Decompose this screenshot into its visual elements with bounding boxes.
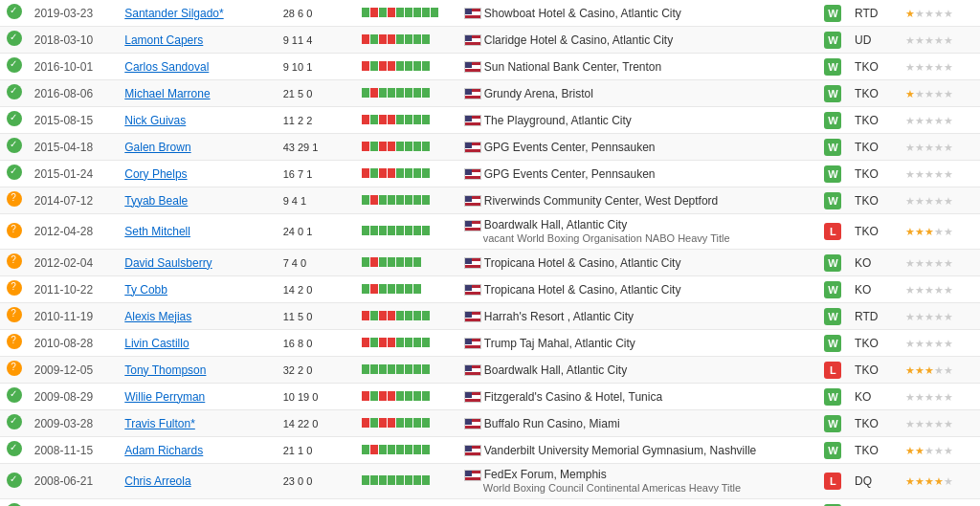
stars-cell: ★★★★★ [901, 80, 980, 107]
star-empty: ★ [934, 445, 944, 456]
result-badge: W [824, 254, 841, 272]
opponent-cell: Tyyab Beale [120, 187, 278, 214]
result-badge: W [824, 85, 841, 102]
fight-bar [370, 8, 378, 17]
star-empty: ★ [915, 418, 924, 429]
status-cell [0, 27, 30, 54]
fight-bar [362, 445, 369, 454]
method-cell: TKO [850, 214, 901, 250]
star-empty: ★ [915, 142, 924, 153]
fight-bar [362, 257, 369, 267]
opponent-link[interactable]: Michael Marrone [124, 87, 210, 100]
opponent-link[interactable]: Adam Richards [124, 444, 203, 457]
fight-bar [405, 142, 412, 151]
star-empty: ★ [924, 338, 934, 349]
result-cell: W [816, 410, 850, 437]
opponent-link[interactable]: Ty Cobb [124, 283, 167, 297]
status-verified [7, 441, 22, 456]
date-cell: 2008-04-16 [30, 499, 121, 507]
fight-bar [413, 364, 421, 374]
star-empty: ★ [915, 338, 924, 349]
result-cell: W [816, 499, 850, 507]
us-flag [464, 88, 481, 99]
opponent-link[interactable]: Tyyab Beale [124, 194, 188, 208]
record-cell: 14 22 0 [278, 410, 358, 437]
opponent-link[interactable]: Santander Silgado* [124, 7, 223, 20]
opponent-link[interactable]: Livin Castillo [124, 337, 189, 350]
table-row: 2009-03-28 Travis Fulton* 14 22 0 Buffal… [0, 410, 980, 437]
fight-bar [405, 284, 412, 294]
fight-bar [388, 115, 395, 124]
bars-cell [357, 499, 458, 507]
fight-bar [370, 338, 378, 347]
opponent-link[interactable]: Travis Fulton* [124, 417, 195, 430]
opponent-cell: Lamont Capers [120, 27, 278, 54]
record-cell: 9 4 1 [278, 187, 358, 214]
opponent-cell: Ty Cobb [120, 276, 278, 303]
status-verified [7, 414, 22, 429]
us-flag [464, 34, 481, 46]
stars-cell: ★★★★★ [901, 384, 980, 410]
status-cell [0, 214, 30, 250]
fight-bar [370, 34, 378, 44]
opponent-link[interactable]: Willie Perryman [124, 390, 205, 404]
fight-bar [405, 445, 412, 454]
fight-bar [370, 391, 378, 401]
bars-cell [357, 214, 458, 250]
us-flag [464, 61, 481, 73]
star-empty: ★ [934, 142, 944, 153]
venue-cell: Boardwalk Hall, Atlantic City [459, 357, 816, 384]
star-empty: ★ [934, 8, 944, 19]
fight-bar [379, 142, 387, 151]
fight-bar [422, 418, 430, 428]
star-empty: ★ [915, 168, 924, 180]
status-questionable [7, 334, 22, 349]
mini-bars [362, 61, 430, 71]
fight-bar [422, 475, 430, 485]
opponent-link[interactable]: David Saulsberry [124, 256, 212, 270]
fight-bar [405, 311, 412, 320]
date-cell: 2015-04-18 [30, 134, 121, 161]
star-empty: ★ [915, 34, 924, 46]
opponent-link[interactable]: Tony Thompson [124, 363, 206, 377]
opponent-link[interactable]: Seth Mitchell [124, 225, 190, 238]
mini-bars [362, 284, 421, 294]
opponent-link[interactable]: Lamont Capers [124, 33, 203, 47]
bars-cell [357, 384, 458, 410]
fight-bar [396, 257, 404, 267]
record-cell: 32 2 0 [278, 357, 358, 384]
fight-bar [388, 168, 395, 178]
stars-cell: ★★★★★ [901, 54, 980, 80]
opponent-link[interactable]: Nick Guivas [124, 114, 186, 127]
star-empty: ★ [924, 311, 934, 322]
mini-bars [362, 445, 430, 454]
opponent-cell: Travis Fulton* [120, 410, 278, 437]
opponent-link[interactable]: Carlos Sandoval [124, 60, 209, 74]
star-empty: ★ [944, 418, 953, 429]
method-cell: RTD [850, 0, 901, 27]
venue-cell: Fitzgerald's Casino & Hotel, Tunica [459, 384, 816, 410]
star-empty: ★ [905, 168, 915, 180]
status-cell [0, 54, 30, 80]
table-row: 2015-01-24 Cory Phelps 16 7 1 GPG Events… [0, 161, 980, 187]
date-cell: 2015-01-24 [30, 161, 121, 187]
table-row: 2015-08-15 Nick Guivas 11 2 2 The Playgr… [0, 107, 980, 134]
opponent-link[interactable]: Chris Arreola [124, 474, 190, 488]
bars-cell [357, 330, 458, 357]
opponent-link[interactable]: Alexis Mejias [124, 310, 191, 323]
star-empty: ★ [934, 338, 944, 349]
fight-bar [422, 445, 430, 454]
fight-bar [405, 364, 412, 374]
star-filled: ★ [915, 226, 924, 237]
status-cell [0, 330, 30, 357]
fight-bar [396, 226, 404, 235]
opponent-link[interactable]: Galen Brown [124, 141, 190, 154]
method-cell: TKO [850, 107, 901, 134]
fight-bar [405, 475, 412, 485]
fight-bar [388, 418, 395, 428]
opponent-cell: Domonic Jenkins [120, 499, 278, 507]
opponent-link[interactable]: Cory Phelps [124, 167, 187, 181]
mini-bars [362, 338, 430, 347]
fight-bar [379, 61, 387, 71]
table-row: 2012-02-04 David Saulsberry 7 4 0 Tropic… [0, 250, 980, 276]
